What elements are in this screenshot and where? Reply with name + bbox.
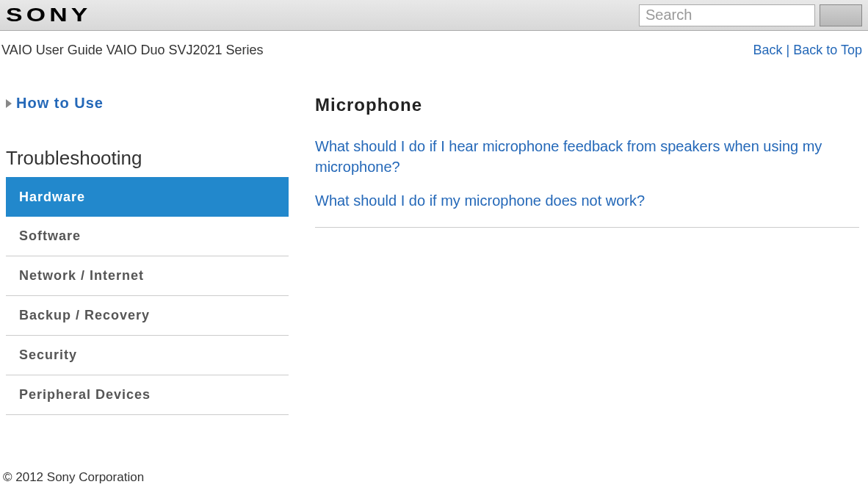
- separator: |: [783, 43, 794, 57]
- nav-item-label: Network / Internet: [19, 268, 144, 284]
- content-divider: [315, 227, 859, 228]
- nav-item-label: Security: [19, 347, 77, 363]
- sidebar-section-title: Troubleshooting: [6, 147, 289, 170]
- page-title: Microphone: [315, 95, 859, 115]
- nav-item-peripheral[interactable]: Peripheral Devices: [6, 375, 289, 415]
- nav-item-label: Software: [19, 228, 81, 244]
- nav-item-network[interactable]: Network / Internet: [6, 256, 289, 296]
- nav-item-hardware[interactable]: Hardware: [6, 177, 289, 217]
- back-to-top-link[interactable]: Back to Top: [793, 43, 862, 57]
- subheader: VAIO User Guide VAIO Duo SVJ2021 Series …: [0, 31, 868, 58]
- search-input[interactable]: [639, 4, 815, 26]
- chevron-right-icon: [6, 99, 12, 108]
- main-content: Microphone What should I do if I hear mi…: [289, 95, 862, 415]
- nav-item-label: Backup / Recovery: [19, 308, 150, 323]
- nav-item-backup[interactable]: Backup / Recovery: [6, 296, 289, 336]
- how-to-use-label: How to Use: [16, 95, 104, 112]
- header: SONY: [0, 0, 868, 31]
- content: How to Use Troubleshooting Hardware Soft…: [0, 58, 868, 415]
- search-button[interactable]: [820, 4, 862, 26]
- sidebar: How to Use Troubleshooting Hardware Soft…: [6, 95, 289, 415]
- brand-logo: SONY: [6, 4, 92, 26]
- subheader-links: Back | Back to Top: [753, 43, 862, 58]
- footer-copyright: © 2012 Sony Corporation: [3, 470, 144, 485]
- guide-title: VAIO User Guide VAIO Duo SVJ2021 Series: [1, 43, 753, 58]
- back-link[interactable]: Back: [753, 43, 783, 57]
- nav-item-label: Hardware: [19, 190, 85, 205]
- question-link[interactable]: What should I do if I hear microphone fe…: [315, 136, 859, 177]
- nav-item-software[interactable]: Software: [6, 217, 289, 256]
- question-link[interactable]: What should I do if my microphone does n…: [315, 190, 859, 211]
- nav-item-security[interactable]: Security: [6, 336, 289, 375]
- how-to-use-link[interactable]: How to Use: [6, 95, 289, 112]
- nav-item-label: Peripheral Devices: [19, 387, 151, 403]
